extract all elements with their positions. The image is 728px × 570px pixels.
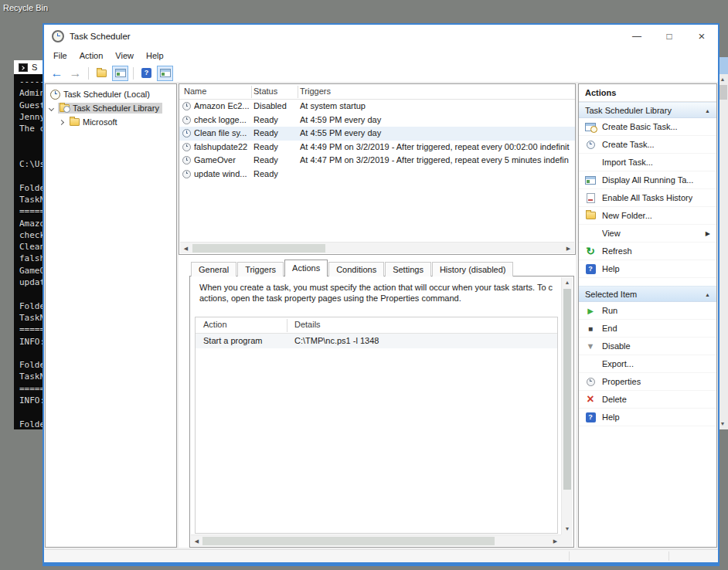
maximize-button[interactable]: □ (653, 25, 685, 48)
tree-item-task-scheduler-library[interactable]: Task Scheduler Library (46, 101, 176, 115)
display-running-tasks-icon (585, 176, 596, 185)
minimize-button[interactable]: — (621, 25, 653, 48)
tasks-history-icon (587, 193, 595, 203)
action-item-run[interactable]: ▶ Run (579, 302, 716, 320)
group-header-task-scheduler-library[interactable]: Task Scheduler Library ▲ (579, 102, 716, 118)
group-title: Task Scheduler Library (585, 106, 672, 115)
forward-button[interactable]: → (67, 66, 83, 81)
tab-triggers[interactable]: Triggers (237, 262, 284, 277)
actions-description-line1: When you create a task, you must specify… (199, 282, 558, 293)
help-button[interactable]: ? (138, 66, 155, 81)
tab-settings[interactable]: Settings (385, 262, 431, 277)
scroll-right-icon[interactable]: ▶ (563, 243, 574, 254)
help-icon: ? (586, 264, 596, 274)
recycle-bin-label[interactable]: Recycle Bin (3, 3, 48, 12)
action-table: Action Details Start a program C:\TMP\nc… (195, 317, 558, 534)
properties-icon (587, 378, 595, 386)
action-item-help[interactable]: ? Help (579, 409, 716, 426)
action-item-create-basic-task[interactable]: Create Basic Task... (579, 118, 716, 136)
task-triggers: At 4:47 PM on 3/2/2019 - After triggered… (300, 155, 575, 165)
action-item-export[interactable]: Export... (579, 355, 716, 373)
column-header-triggers[interactable]: Triggers (300, 87, 331, 96)
table-row[interactable]: GameOver Ready At 4:47 PM on 3/2/2019 - … (179, 154, 575, 168)
action-item-view[interactable]: View ▶ (579, 225, 716, 243)
scroll-left-icon[interactable]: ◀ (180, 243, 192, 254)
desktop: Recycle Bin S ------ Admin Guest Jenny T… (0, 0, 728, 570)
disable-icon: ▼ (587, 341, 595, 351)
task-triggers: At 4:55 PM every day (300, 128, 575, 137)
action-item-new-folder[interactable]: New Folder... (579, 207, 716, 225)
scroll-thumb[interactable] (202, 537, 495, 545)
task-status: Ready (253, 115, 298, 124)
table-row[interactable]: update wind... Ready (179, 168, 575, 182)
menu-view[interactable]: View (109, 48, 140, 64)
scroll-up-icon[interactable]: ▲ (562, 277, 573, 288)
task-triggers: At 4:49 PM on 3/2/2019 - After triggered… (300, 142, 575, 151)
scroll-down-icon[interactable]: ▼ (562, 524, 573, 534)
actions-tab-content: When you create a task, you must specify… (189, 276, 574, 548)
action-item-help[interactable]: ? Help (579, 260, 716, 278)
table-row[interactable]: Amazon Ec2... Disabled At system startup (179, 100, 575, 114)
table-row-selected[interactable]: Clean file sy... Ready At 4:55 PM every … (179, 127, 575, 141)
scroll-left-icon[interactable]: ◀ (191, 535, 202, 547)
menu-action[interactable]: Action (73, 48, 110, 64)
show-hide-console-tree-button[interactable] (112, 66, 128, 81)
tab-general[interactable]: General (191, 262, 236, 277)
back-button[interactable]: ← (49, 66, 65, 81)
action-item-end[interactable]: ■ End (579, 320, 716, 338)
tab-actions[interactable]: Actions (284, 260, 328, 277)
menu-file[interactable]: File (47, 48, 73, 64)
group-header-selected-item[interactable]: Selected Item ▲ (579, 286, 716, 302)
show-hide-action-pane-button[interactable] (157, 66, 173, 81)
tab-history[interactable]: History (disabled) (432, 262, 514, 277)
collapse-icon[interactable]: ▲ (705, 287, 710, 303)
task-list-hscrollbar[interactable]: ◀ ▶ (180, 242, 574, 253)
action-item-delete[interactable]: × Delete (579, 391, 716, 409)
help-icon: ? (586, 412, 596, 422)
action-item-properties[interactable]: Properties (579, 373, 716, 391)
up-one-level-button[interactable] (94, 66, 110, 81)
task-name: update wind... (194, 169, 251, 178)
tree-item-task-scheduler-local[interactable]: Task Scheduler (Local) (46, 87, 176, 101)
column-header-status[interactable]: Status (253, 87, 277, 96)
column-divider[interactable] (298, 86, 298, 98)
close-button[interactable]: × (685, 25, 718, 48)
scroll-right-icon[interactable]: ▶ (549, 535, 561, 547)
scroll-thumb[interactable] (563, 289, 571, 490)
forward-icon: → (70, 66, 82, 80)
action-item-create-task[interactable]: Create Task... (579, 136, 716, 154)
actions-group-library: Task Scheduler Library ▲ Create Basic Ta… (579, 102, 716, 278)
task-scheduler-icon (50, 90, 60, 100)
collapse-icon[interactable]: ▲ (705, 103, 710, 119)
column-header-name[interactable]: Name (184, 87, 206, 96)
task-icon (182, 143, 191, 151)
detail-vscrollbar[interactable]: ▲ ▼ (561, 277, 573, 534)
action-item-refresh[interactable]: ↻ Refresh (579, 243, 716, 260)
chevron-right-icon[interactable] (59, 119, 64, 124)
column-header-action[interactable]: Action (203, 320, 227, 329)
action-item-display-all-running[interactable]: Display All Running Ta... (579, 171, 716, 189)
table-row[interactable]: falshupdate22 Ready At 4:49 PM on 3/2/20… (179, 141, 575, 154)
action-table-header: Action Details (196, 317, 557, 334)
chevron-down-icon[interactable] (49, 105, 54, 110)
column-divider[interactable] (287, 319, 287, 332)
action-item-enable-history[interactable]: Enable All Tasks History (579, 189, 716, 207)
task-scheduler-app-icon (52, 30, 64, 42)
column-header-details[interactable]: Details (294, 320, 321, 329)
tree-item-microsoft[interactable]: Microsoft (46, 115, 176, 129)
table-row-selected[interactable]: Start a program C:\TMP\nc.ps1 -l 1348 (196, 334, 557, 348)
tree-selected-item[interactable]: Task Scheduler Library (58, 103, 162, 114)
task-icon (182, 156, 191, 165)
column-divider[interactable] (251, 86, 252, 98)
action-item-import-task[interactable]: Import Task... (579, 154, 716, 171)
detail-hscrollbar[interactable]: ◀ ▶ (191, 534, 561, 546)
create-task-icon (587, 141, 595, 149)
task-icon (182, 129, 191, 137)
menu-help[interactable]: Help (140, 48, 170, 64)
new-folder-icon (586, 212, 596, 219)
table-row[interactable]: check logge... Ready At 4:59 PM every da… (179, 114, 575, 127)
titlebar[interactable]: Task Scheduler — □ × (44, 25, 718, 48)
action-item-disable[interactable]: ▼ Disable (579, 338, 716, 355)
tab-conditions[interactable]: Conditions (328, 262, 384, 277)
scroll-thumb[interactable] (192, 244, 325, 253)
